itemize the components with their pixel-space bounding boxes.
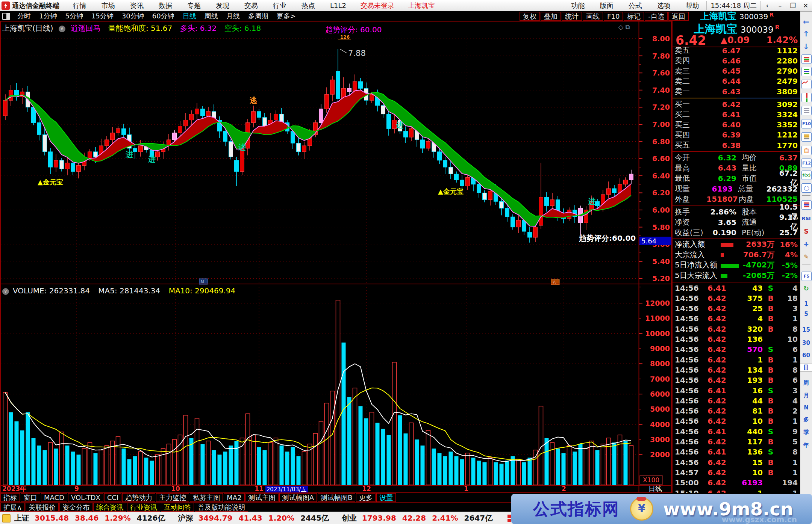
period-30[interactable]: 30: [800, 340, 812, 346]
tab-窗口[interactable]: 窗口: [21, 493, 40, 502]
period-多[interactable]: 多: [800, 416, 812, 423]
trade-login-status[interactable]: 交易未登录: [354, 1, 401, 10]
tab-MA2[interactable]: MA2: [224, 493, 244, 502]
trend-line-icon[interactable]: [801, 80, 812, 89]
tab-CCI[interactable]: CCI: [104, 493, 121, 502]
index-创业[interactable]: 创业1793.9842.282.41%2647亿: [342, 513, 492, 523]
menu-item-专题[interactable]: 专题: [180, 1, 208, 10]
period-月[interactable]: 月: [800, 392, 812, 399]
s-indicator-icon[interactable]: S: [801, 227, 811, 236]
rank-list-icon[interactable]: [801, 67, 812, 76]
period-30分钟[interactable]: 30分钟: [118, 12, 148, 21]
period-周线[interactable]: 周线: [200, 12, 222, 21]
down-arrow-icon[interactable]: ↓: [801, 42, 811, 51]
period-日线[interactable]: 日线: [179, 12, 200, 21]
oval-icon[interactable]: ◯: [801, 183, 812, 193]
indicator-name[interactable]: 逍遥回马: [71, 24, 101, 33]
index-上证[interactable]: 上证3015.4838.461.29%4126亿: [14, 513, 165, 523]
menu-item-功能[interactable]: 功能: [564, 1, 592, 10]
tab-指标[interactable]: 指标: [0, 493, 20, 502]
tab-测试主图[interactable]: 测试主图: [245, 493, 279, 502]
menu-item-资讯[interactable]: 资讯: [123, 1, 151, 10]
news-icon[interactable]: [801, 106, 812, 115]
menu-item-版面[interactable]: 版面: [592, 1, 621, 10]
period-5[interactable]: 5: [800, 311, 812, 317]
toolbar-button-标记[interactable]: 标记: [624, 12, 644, 21]
tab-主力监控[interactable]: 主力监控: [156, 493, 189, 502]
tab-行业资讯[interactable]: 行业资讯: [127, 503, 160, 512]
f12-button[interactable]: F12: [801, 159, 812, 168]
menu-item-选项[interactable]: 选项: [649, 1, 678, 10]
period-日[interactable]: 日: [800, 364, 812, 371]
refresh-icon[interactable]: ↻: [801, 284, 811, 293]
toolbar-button-返回[interactable]: 返回: [668, 12, 689, 21]
tab-趋势动力[interactable]: 趋势动力: [122, 493, 155, 502]
chevron-down-icon[interactable]: ∨: [59, 26, 65, 32]
period-年[interactable]: 年: [800, 442, 812, 449]
menu-item-热点[interactable]: 热点: [294, 1, 323, 10]
app-logo-icon[interactable]: [2, 2, 10, 10]
f10-button[interactable]: F10: [801, 119, 812, 128]
menu-item-交易[interactable]: 交易: [237, 1, 265, 10]
close-button[interactable]: ✕: [799, 2, 812, 9]
multi-line-icon[interactable]: [801, 200, 812, 210]
relation-tree-icon[interactable]: [801, 132, 812, 142]
period-多周期[interactable]: 多周期: [244, 12, 273, 21]
period-15分钟[interactable]: 15分钟: [87, 12, 118, 21]
quote-report-icon[interactable]: [801, 54, 812, 64]
menu-item-发现[interactable]: 发现: [208, 1, 237, 10]
period-分时[interactable]: 分时: [13, 12, 35, 21]
toolbar-button-画线[interactable]: 画线: [583, 12, 603, 21]
tab-综合资讯[interactable]: 综合资讯: [93, 503, 126, 512]
index-沪深[interactable]: 沪深3494.7941.431.20%2445亿: [178, 513, 329, 523]
chart-corner-icons[interactable]: ◇ ⧉: [618, 23, 630, 31]
market-status-icon[interactable]: [2, 514, 11, 522]
period-15[interactable]: 15: [800, 326, 812, 333]
period-5分钟[interactable]: 5分钟: [61, 12, 87, 21]
menu-item-L1L2[interactable]: L1L2: [323, 2, 354, 9]
tab-测试幅图B[interactable]: 测试幅图B: [318, 493, 355, 502]
back-button[interactable]: ‹: [761, 2, 774, 9]
tab-私募主图[interactable]: 私募主图: [190, 493, 223, 502]
tab-关联报价[interactable]: 关联报价: [26, 503, 59, 512]
menu-item-数据[interactable]: 数据: [151, 1, 180, 10]
menu-item-行情[interactable]: 行情: [65, 1, 94, 10]
restore-button[interactable]: ❐: [786, 2, 799, 9]
rsi-button[interactable]: RSI: [801, 214, 811, 223]
tab-资金分布[interactable]: 资金分布: [59, 503, 92, 512]
toolbar-button-F10[interactable]: F10: [604, 12, 623, 21]
period-60分钟[interactable]: 60分钟: [148, 12, 179, 21]
toolbar-button-统计[interactable]: 统计: [562, 12, 582, 21]
tab-测试幅图A[interactable]: 测试幅图A: [279, 493, 317, 502]
period-周[interactable]: 周: [800, 379, 812, 387]
tab-设置[interactable]: 设置: [376, 493, 396, 502]
tab-扩展∧[interactable]: 扩展∧: [0, 503, 25, 512]
formula-icon[interactable]: f(x): [801, 171, 812, 180]
up-arrow-icon[interactable]: ↑: [801, 29, 811, 38]
tab-VOL-TDX[interactable]: VOL-TDX: [68, 493, 103, 502]
period-月线[interactable]: 月线: [222, 12, 244, 21]
menu-item-公式[interactable]: 公式: [621, 1, 649, 10]
period-更多>[interactable]: 更多>: [273, 12, 300, 21]
toolbar-button-叠加[interactable]: 叠加: [541, 12, 561, 21]
period-1[interactable]: 1: [800, 301, 812, 307]
kline-icon[interactable]: [801, 93, 812, 102]
menu-item-市场[interactable]: 市场: [94, 1, 123, 10]
back-arrow-icon[interactable]: ←: [801, 17, 811, 26]
period-N[interactable]: N: [800, 404, 812, 411]
split-window-icon[interactable]: [2, 13, 10, 20]
period-60[interactable]: 60: [800, 352, 812, 359]
pencil-icon[interactable]: ✎: [801, 252, 811, 261]
tab-普及版功能说明[interactable]: 普及版功能说明: [195, 503, 248, 512]
tab-更多[interactable]: 更多: [356, 493, 376, 502]
toolbar-button-复权[interactable]: 复权: [520, 12, 540, 21]
active-stock-link[interactable]: 上海凯宝: [401, 1, 442, 10]
menu-item-帮助[interactable]: 帮助: [678, 1, 706, 10]
f5-button[interactable]: F5: [801, 272, 812, 281]
tab-MACD[interactable]: MACD: [41, 493, 67, 502]
chevron-down-icon[interactable]: ∨: [2, 288, 9, 295]
menu-item-行业[interactable]: 行业: [265, 1, 294, 10]
period-1分钟[interactable]: 1分钟: [35, 12, 61, 21]
toolbar-button--自选[interactable]: -自选: [645, 12, 668, 21]
minimize-button[interactable]: –: [774, 2, 786, 9]
